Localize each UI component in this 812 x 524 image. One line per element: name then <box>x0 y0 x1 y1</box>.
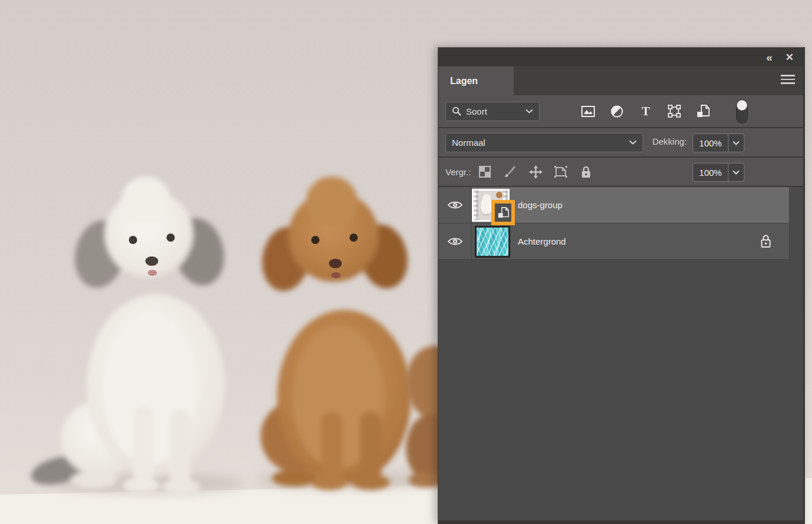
layers-panel: « ✕ Lagen Soort <box>438 47 805 524</box>
eye-icon <box>447 200 463 210</box>
layer-lock-icon <box>760 234 771 248</box>
fill-value: 100% <box>693 168 728 178</box>
tab-lagen-label: Lagen <box>450 76 478 86</box>
layer-thumbnail-dogs-group[interactable] <box>472 189 510 222</box>
svg-text:T: T <box>641 105 650 117</box>
layer-thumbnail-achtergrond[interactable] <box>475 226 510 257</box>
lock-buttons <box>478 165 593 179</box>
opacity-label: Dekking: <box>653 136 687 146</box>
smart-object-badge-highlight[interactable] <box>491 200 515 225</box>
pixel-layer-filter-icon[interactable] <box>581 104 595 118</box>
smart-object-badge-icon <box>498 207 509 218</box>
filter-kind-label: Soort <box>466 106 487 116</box>
blend-mode-select[interactable]: Normaal <box>445 133 643 152</box>
panel-menu-icon[interactable] <box>781 75 795 85</box>
layer-visibility-toggle[interactable] <box>438 187 472 223</box>
collapse-panel-button[interactable]: « <box>766 52 773 63</box>
layer-visibility-toggle[interactable] <box>438 223 472 259</box>
lock-artboard-icon[interactable] <box>554 165 568 179</box>
thumbnail-white-dog <box>481 198 492 214</box>
layer-row-dogs-group[interactable]: dogs-group <box>438 187 790 223</box>
tab-lagen[interactable]: Lagen <box>438 66 514 95</box>
panel-titlebar: « ✕ <box>438 47 803 66</box>
blend-mode-value: Normaal <box>452 138 485 148</box>
search-icon <box>452 106 461 116</box>
chevron-down-icon[interactable] <box>728 141 744 145</box>
filter-row: Soort T <box>438 95 803 128</box>
chevron-down-icon <box>629 140 637 145</box>
chevron-down-icon[interactable] <box>728 170 744 175</box>
smart-object-filter-icon[interactable] <box>696 104 710 118</box>
filter-type-buttons: T <box>581 104 710 118</box>
adjustment-layer-filter-icon[interactable] <box>610 104 624 118</box>
chevron-down-icon <box>525 109 533 114</box>
layer-name: Achtergrond <box>518 236 566 246</box>
layer-list: dogs-group Achtergrond <box>438 187 803 520</box>
lock-row: Vergr.: <box>438 158 803 187</box>
thumbnail-brown-dog <box>496 192 502 198</box>
layer-filter-toggle[interactable] <box>736 99 748 124</box>
lock-pixels-brush-icon[interactable] <box>503 165 517 179</box>
type-layer-filter-icon[interactable]: T <box>638 104 653 118</box>
opacity-value: 100% <box>693 138 728 148</box>
filter-kind-select[interactable]: Soort <box>445 102 540 121</box>
eye-icon <box>447 236 463 246</box>
blend-row: Normaal Dekking: 100% <box>438 128 803 158</box>
lock-position-move-icon[interactable] <box>528 165 543 179</box>
lock-all-padlock-icon[interactable] <box>579 165 593 179</box>
layer-list-empty-area <box>438 260 803 520</box>
lock-label: Vergr.: <box>445 167 471 177</box>
shape-layer-filter-icon[interactable] <box>667 104 681 118</box>
opacity-combo[interactable]: 100% <box>693 133 744 152</box>
transparency-checker <box>474 191 478 220</box>
lock-transparency-icon[interactable] <box>478 165 492 179</box>
toggle-knob <box>737 100 747 111</box>
layer-name: dogs-group <box>518 200 563 210</box>
fill-combo[interactable]: 100% <box>693 163 744 182</box>
panel-tabstrip: Lagen <box>438 66 803 95</box>
close-panel-button[interactable]: ✕ <box>786 52 794 62</box>
layer-row-achtergrond[interactable]: Achtergrond <box>438 223 790 260</box>
